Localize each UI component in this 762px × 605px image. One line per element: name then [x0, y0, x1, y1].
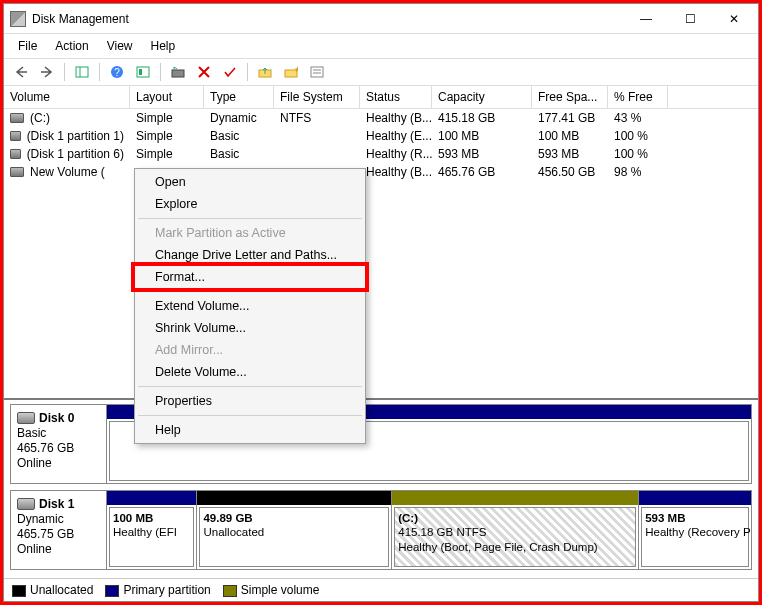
col-layout[interactable]: Layout [130, 86, 204, 108]
volume-row[interactable]: (C:)SimpleDynamicNTFSHealthy (B...415.18… [4, 109, 758, 127]
menu-separator [138, 291, 362, 292]
disk-management-window: Disk Management — ☐ ✕ File Action View H… [3, 3, 759, 602]
partition[interactable]: (C:)415.18 GB NTFSHealthy (Boot, Page Fi… [391, 491, 638, 569]
svg-text:★: ★ [294, 66, 298, 74]
legend-swatch-unallocated [12, 585, 26, 597]
titlebar: Disk Management — ☐ ✕ [4, 4, 758, 34]
svg-rect-4 [137, 67, 149, 77]
graphical-view: Disk 0Basic465.76 GBOnlineDisk 1Dynamic4… [4, 398, 758, 578]
properties-icon[interactable] [306, 62, 328, 82]
svg-rect-0 [76, 67, 88, 77]
menu-view[interactable]: View [99, 37, 141, 55]
legend-swatch-simple [223, 585, 237, 597]
menu-item-delete-volume[interactable]: Delete Volume... [137, 361, 363, 383]
menu-help[interactable]: Help [143, 37, 184, 55]
disk-row: Disk 1Dynamic465.75 GBOnline100 MBHealth… [10, 490, 752, 570]
legend-simple: Simple volume [241, 583, 320, 597]
menu-separator [138, 386, 362, 387]
toolbar: ? ★ [4, 58, 758, 86]
col-free[interactable]: Free Spa... [532, 86, 608, 108]
disk-icon [10, 131, 21, 141]
col-spacer [668, 86, 758, 108]
folder-up-icon[interactable] [254, 62, 276, 82]
maximize-button[interactable]: ☐ [668, 5, 712, 33]
check-icon[interactable] [219, 62, 241, 82]
svg-rect-10 [311, 67, 323, 77]
partition[interactable]: 49.89 GBUnallocated [196, 491, 391, 569]
menu-item-add-mirror: Add Mirror... [137, 339, 363, 361]
menubar: File Action View Help [4, 34, 758, 58]
forward-button[interactable] [36, 62, 58, 82]
disk-icon [10, 113, 24, 123]
legend-unallocated: Unallocated [30, 583, 93, 597]
disk-icon [10, 167, 24, 177]
volume-list-header: Volume Layout Type File System Status Ca… [4, 86, 758, 109]
svg-rect-5 [139, 69, 142, 75]
menu-separator [138, 415, 362, 416]
legend-swatch-primary [105, 585, 119, 597]
close-button[interactable]: ✕ [712, 5, 756, 33]
menu-item-properties[interactable]: Properties [137, 390, 363, 412]
menu-separator [138, 218, 362, 219]
col-volume[interactable]: Volume [4, 86, 130, 108]
minimize-button[interactable]: — [624, 5, 668, 33]
menu-item-change-drive-letter-and-paths[interactable]: Change Drive Letter and Paths... [137, 244, 363, 266]
partition[interactable]: 593 MBHealthy (Recovery P [638, 491, 751, 569]
partition[interactable]: 100 MBHealthy (EFI [107, 491, 196, 569]
back-button[interactable] [10, 62, 32, 82]
col-status[interactable]: Status [360, 86, 432, 108]
refresh-icon[interactable] [167, 62, 189, 82]
disk-row: Disk 0Basic465.76 GBOnline [10, 404, 752, 484]
hdd-icon [17, 412, 35, 424]
show-hide-tree-icon[interactable] [71, 62, 93, 82]
settings-icon[interactable] [132, 62, 154, 82]
volume-list: (C:)SimpleDynamicNTFSHealthy (B...415.18… [4, 109, 758, 181]
svg-rect-6 [172, 70, 184, 77]
menu-item-shrink-volume[interactable]: Shrink Volume... [137, 317, 363, 339]
volume-row[interactable]: (Disk 1 partition 1)SimpleBasicHealthy (… [4, 127, 758, 145]
disk-icon [10, 149, 21, 159]
disk-label[interactable]: Disk 1Dynamic465.75 GBOnline [11, 491, 107, 569]
folder-new-icon[interactable]: ★ [280, 62, 302, 82]
disk-label[interactable]: Disk 0Basic465.76 GBOnline [11, 405, 107, 483]
menu-item-help[interactable]: Help [137, 419, 363, 441]
menu-action[interactable]: Action [47, 37, 96, 55]
col-capacity[interactable]: Capacity [432, 86, 532, 108]
menu-item-explore[interactable]: Explore [137, 193, 363, 215]
app-icon [10, 11, 26, 27]
context-menu: OpenExploreMark Partition as ActiveChang… [134, 168, 366, 444]
menu-item-open[interactable]: Open [137, 171, 363, 193]
menu-item-mark-partition-as-active: Mark Partition as Active [137, 222, 363, 244]
hdd-icon [17, 498, 35, 510]
help-icon[interactable]: ? [106, 62, 128, 82]
window-title: Disk Management [32, 12, 129, 26]
svg-text:?: ? [114, 67, 120, 78]
col-filesystem[interactable]: File System [274, 86, 360, 108]
menu-file[interactable]: File [10, 37, 45, 55]
menu-item-extend-volume[interactable]: Extend Volume... [137, 295, 363, 317]
delete-icon[interactable] [193, 62, 215, 82]
volume-row[interactable]: (Disk 1 partition 6)SimpleBasicHealthy (… [4, 145, 758, 163]
legend-primary: Primary partition [123, 583, 210, 597]
menu-item-format[interactable]: Format... [137, 266, 363, 288]
col-pctfree[interactable]: % Free [608, 86, 668, 108]
col-type[interactable]: Type [204, 86, 274, 108]
legend: Unallocated Primary partition Simple vol… [4, 578, 758, 601]
volume-row[interactable]: New Volume (Healthy (B...465.76 GB456.50… [4, 163, 758, 181]
